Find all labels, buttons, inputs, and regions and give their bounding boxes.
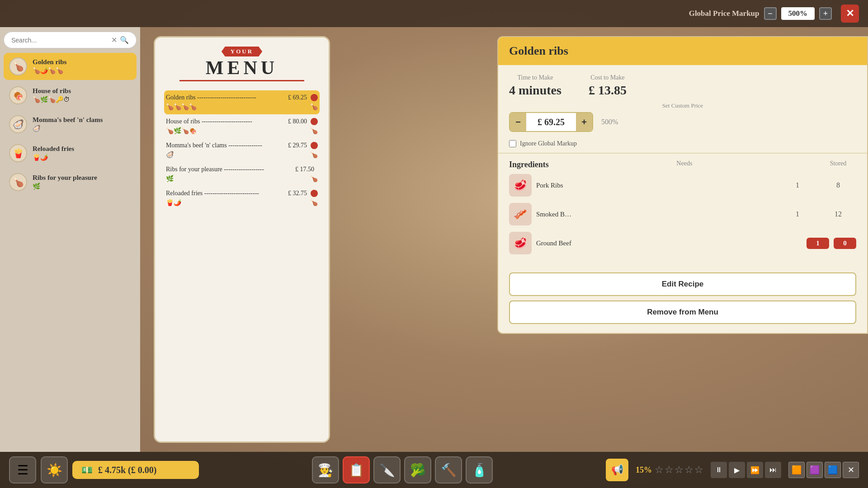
price-value: £ 69.25 [526,117,576,127]
chef-nav-button[interactable]: 👨‍🍳 [312,456,339,483]
time-of-day-button[interactable]: ☀️ [41,456,68,483]
sidebar-item-golden-ribs[interactable]: 🍗 Golden ribs 🍗🌶️🍗🍗 [4,53,137,80]
menu-nav-button[interactable]: 📋 [343,456,370,483]
menu-title: YOUR MENU [164,47,320,81]
action-buttons: Edit Recipe Remove from Menu [498,265,867,324]
price-increase-button[interactable]: + [576,113,592,131]
menu-row-price-ribs-pleasure: £ 17.50 [295,166,314,173]
menu-row-remove-dot-fries[interactable] [311,190,318,197]
menu-row-ribs-pleasure[interactable]: Ribs for your pleasure -----------------… [164,162,320,186]
menu-row-price-house-of-ribs: £ 80.00 [288,118,307,125]
menu-row-price-mommas: £ 29.75 [288,142,307,149]
custom-price-label: Set Custom Price [509,102,856,109]
menu-row-house-of-ribs[interactable]: House of ribs ------------------------ £… [164,114,320,138]
menu-text-heading: MENU [164,57,320,78]
star-4: ☆ [684,464,693,476]
cost-to-make-value: £ 13.85 [589,83,627,98]
menu-row-remove-dot-golden-ribs[interactable] [311,94,318,101]
menu-row-price-golden-ribs: £ 69.25 [288,94,307,101]
item-name-mommas: Momma's beef 'n' clams [33,116,131,124]
play-button[interactable]: ▶ [729,462,745,478]
remove-from-menu-button[interactable]: Remove from Menu [509,300,856,324]
settings-btn-3[interactable]: 🟦 [825,462,841,478]
sidebar-item-reloaded-fries[interactable]: 🍟 Reloaded fries 🍟🌶️ [4,140,137,167]
ingredient-icon-ground-beef: 🥩 [509,232,532,254]
search-icons: ✕ 🔍 [111,36,129,44]
edit-recipe-button[interactable]: Edit Recipe [509,272,856,296]
search-input[interactable] [11,37,108,44]
price-control: − £ 69.25 + [509,112,593,132]
bottom-nav-icons: 👨‍🍳 📋 🔪 🥦 🔨 🧴 [312,456,493,483]
sidebar: ✕ 🔍 🍗 Golden ribs 🍗🌶️🍗🍗 🍖 House of ribs … [0,27,140,452]
menu-row-price-reloaded-fries: £ 32.75 [288,190,307,197]
item-icon-reloaded-fries: 🍟 [9,144,27,162]
menu-row-name-reloaded-fries: Reloaded fries -------------------------… [166,190,288,197]
clear-icon[interactable]: ✕ [111,36,117,44]
fast-forward-button[interactable]: ⏩ [747,462,763,478]
search-bar[interactable]: ✕ 🔍 [4,32,137,48]
ingredient-stored-pork-ribs: 8 [820,181,856,189]
cost-to-make-label: Cost to Make [589,74,627,81]
needs-col-header: Needs [666,160,703,169]
menu-row-remove-dot-mommas[interactable] [311,142,318,149]
menu-settings-buttons: 🟧 🟪 🟦 ✕ [788,462,859,478]
settings-btn-1[interactable]: 🟧 [788,462,805,478]
sidebar-item-house-of-ribs[interactable]: 🍖 House of ribs 🍗🌿🍗🔑⏱ [4,82,137,109]
close-button[interactable]: ✕ [841,5,859,23]
price-decrease-button[interactable]: − [510,113,526,131]
hamburger-menu-button[interactable]: ☰ [9,456,36,483]
item-tags-ribs-pleasure: 🌿 [33,183,131,190]
menu-row-icons-fries: 🍟🌶️ 🍗 [166,199,318,206]
item-tags-golden-ribs: 🍗🌶️🍗🍗 [33,67,131,75]
menu-row-reloaded-fries[interactable]: Reloaded fries -------------------------… [164,186,320,210]
menu-row-name-mommas: Momma's beef 'n' clams ---------------- [166,142,288,149]
custom-price-section: Set Custom Price − £ 69.25 + 500% [498,102,867,136]
menu-row-icons-ribs-pleasure: 🌿 🍗 [166,175,318,183]
notification-badge[interactable]: 📢 [606,459,628,481]
ingredient-row-pork-ribs: 🥩 Pork Ribs 1 8 [509,174,856,197]
ingredient-icon-pork-ribs: 🥩 [509,174,532,197]
markup-decrease-button[interactable]: − [764,7,777,20]
time-to-make-label: Time to Make [509,74,561,81]
skip-button[interactable]: ⏭ [765,462,781,478]
item-icon-house-of-ribs: 🍖 [9,86,27,104]
detail-header: Golden ribs [498,37,867,65]
menu-row-remove-dot-house[interactable] [311,118,318,125]
sidebar-item-ribs-pleasure[interactable]: 🍗 Ribs for your pleasure 🌿 [4,169,137,196]
time-to-make-block: Time to Make 4 minutes [509,74,561,98]
money-icon: 💵 [81,465,93,475]
menu-row-mommas[interactable]: Momma's beef 'n' clams ---------------- … [164,138,320,162]
item-icon-ribs-pleasure: 🍗 [9,173,27,191]
item-icon-golden-ribs: 🍗 [9,57,27,75]
ingredients-header: Ingredients Needs Stored [509,160,856,169]
markup-value: 500% [781,7,815,20]
knife-nav-button[interactable]: 🔪 [373,456,401,483]
sidebar-item-mommas[interactable]: 🦪 Momma's beef 'n' clams 🦪 [4,111,137,138]
settings-btn-4[interactable]: ✕ [843,462,859,478]
global-price-markup: Global Price Markup − 500% + [689,7,832,20]
item-name-house-of-ribs: House of ribs [33,87,131,95]
ignore-markup-label: Ignore Global Markup [520,140,577,147]
settings-btn-2[interactable]: 🟪 [807,462,823,478]
bottom-right: 📢 15% ☆ ☆ ☆ ☆ ☆ ⏸ ▶ ⏩ ⏭ 🟧 🟪 🟦 ✕ [606,459,859,481]
bottom-bar: ☰ ☀️ 💵 £ 4.75k (£ 0.00) 👨‍🍳 📋 🔪 🥦 🔨 🧴 📢 … [0,452,868,488]
ignore-markup-checkbox[interactable] [509,140,516,147]
ingredients-nav-button[interactable]: 🥦 [404,456,431,483]
search-icon: 🔍 [120,36,129,44]
item-icon-mommas: 🦪 [9,115,27,133]
item-name-golden-ribs: Golden ribs [33,58,131,66]
menu-row-icons-golden-ribs: 🍗🍗🍗🍗 🍗 [166,103,318,111]
markup-increase-button[interactable]: + [819,7,832,20]
ingredients-section: Ingredients Needs Stored 🥩 Pork Ribs 1 8… [498,155,867,265]
price-percent: 500% [601,118,618,126]
item-name-ribs-pleasure: Ribs for your pleasure [33,174,131,182]
menu-items-list: Golden ribs ----------------------------… [164,90,320,432]
menu-row-golden-ribs[interactable]: Golden ribs ----------------------------… [164,90,320,114]
supplies-nav-button[interactable]: 🧴 [466,456,493,483]
ingredient-needs-ground-beef: 1 [807,238,829,249]
menu-row-name-house-of-ribs: House of ribs ------------------------ [166,118,288,125]
detail-stats: Time to Make 4 minutes Cost to Make £ 13… [498,65,867,102]
tools-nav-button[interactable]: 🔨 [435,456,462,483]
star-5: ☆ [694,464,703,476]
pause-button[interactable]: ⏸ [711,462,727,478]
